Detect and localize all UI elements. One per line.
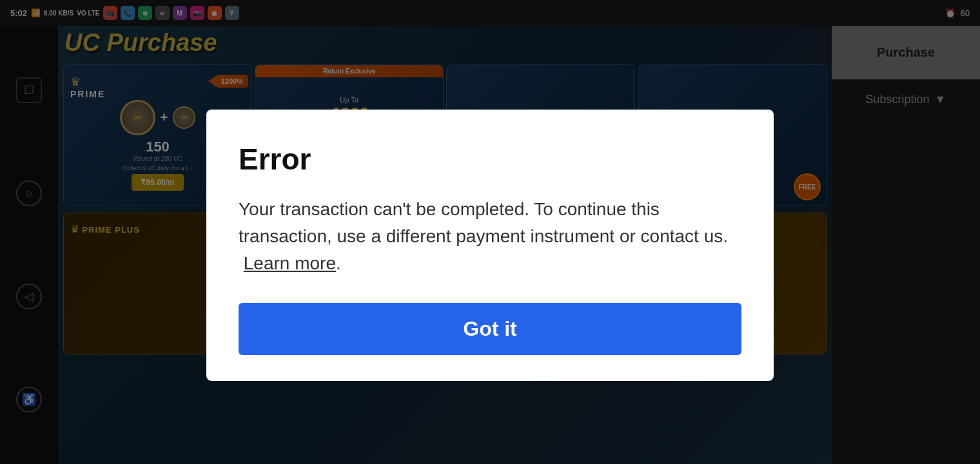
error-title: Error [239, 142, 741, 177]
error-body: Your transaction can't be completed. To … [239, 196, 741, 277]
error-dialog: Error Your transaction can't be complete… [206, 110, 774, 381]
learn-more-link[interactable]: Learn more [244, 253, 336, 273]
modal-overlay: Error Your transaction can't be complete… [0, 0, 980, 464]
got-it-button[interactable]: Got it [239, 303, 741, 355]
